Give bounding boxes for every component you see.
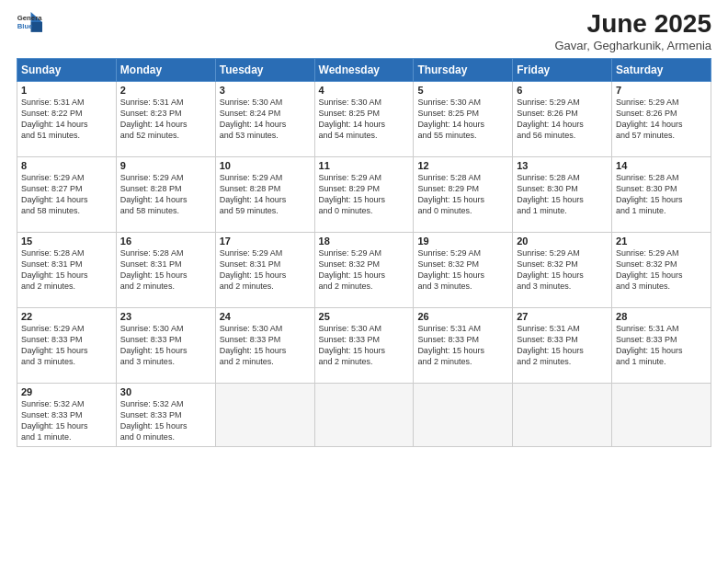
day-cell-1: 1Sunrise: 5:31 AM Sunset: 8:22 PM Daylig… [17, 82, 117, 157]
day-info: Sunrise: 5:32 AM Sunset: 8:33 PM Dayligh… [21, 398, 112, 443]
logo-icon: General Blue [17, 9, 42, 35]
day-cell-16: 16Sunrise: 5:28 AM Sunset: 8:31 PM Dayli… [116, 233, 215, 308]
calendar-title: June 2025 [554, 9, 711, 39]
day-cell-7: 7Sunrise: 5:29 AM Sunset: 8:26 PM Daylig… [612, 82, 711, 157]
day-info: Sunrise: 5:29 AM Sunset: 8:29 PM Dayligh… [319, 172, 410, 217]
calendar-table: SundayMondayTuesdayWednesdayThursdayFrid… [17, 58, 711, 447]
day-number: 12 [417, 160, 508, 171]
week-row-1: 1Sunrise: 5:31 AM Sunset: 8:22 PM Daylig… [17, 82, 711, 157]
day-info: Sunrise: 5:30 AM Sunset: 8:33 PM Dayligh… [319, 323, 410, 368]
day-info: Sunrise: 5:28 AM Sunset: 8:31 PM Dayligh… [120, 247, 211, 293]
week-row-5: 29Sunrise: 5:32 AM Sunset: 8:33 PM Dayli… [17, 384, 711, 447]
empty-cell [414, 384, 513, 447]
day-info: Sunrise: 5:29 AM Sunset: 8:32 PM Dayligh… [616, 247, 707, 293]
col-header-thursday: Thursday [414, 59, 513, 82]
day-cell-29: 29Sunrise: 5:32 AM Sunset: 8:33 PM Dayli… [17, 384, 117, 447]
title-block: June 2025 Gavar, Gegharkunik, Armenia [554, 9, 711, 52]
col-header-saturday: Saturday [612, 59, 711, 82]
week-row-4: 22Sunrise: 5:29 AM Sunset: 8:33 PM Dayli… [17, 308, 711, 384]
day-info: Sunrise: 5:31 AM Sunset: 8:23 PM Dayligh… [120, 97, 211, 142]
day-number: 3 [220, 85, 311, 96]
day-number: 26 [417, 311, 508, 322]
calendar-page: General Blue June 2025 Gavar, Gegharkuni… [0, 0, 728, 563]
empty-cell [612, 384, 711, 447]
col-header-wednesday: Wednesday [314, 59, 414, 82]
col-header-monday: Monday [116, 59, 215, 82]
day-cell-12: 12Sunrise: 5:28 AM Sunset: 8:29 PM Dayli… [414, 157, 513, 233]
svg-text:General: General [17, 14, 42, 22]
day-cell-19: 19Sunrise: 5:29 AM Sunset: 8:32 PM Dayli… [414, 233, 513, 308]
day-number: 22 [21, 311, 112, 322]
day-number: 4 [319, 85, 410, 96]
day-number: 2 [120, 85, 211, 96]
day-cell-3: 3Sunrise: 5:30 AM Sunset: 8:24 PM Daylig… [215, 82, 314, 157]
day-cell-17: 17Sunrise: 5:29 AM Sunset: 8:31 PM Dayli… [215, 233, 314, 308]
day-info: Sunrise: 5:29 AM Sunset: 8:33 PM Dayligh… [21, 323, 112, 368]
week-row-3: 15Sunrise: 5:28 AM Sunset: 8:31 PM Dayli… [17, 233, 711, 308]
day-cell-27: 27Sunrise: 5:31 AM Sunset: 8:33 PM Dayli… [513, 308, 612, 384]
col-header-sunday: Sunday [17, 59, 117, 82]
day-cell-26: 26Sunrise: 5:31 AM Sunset: 8:33 PM Dayli… [414, 308, 513, 384]
day-number: 23 [120, 311, 211, 322]
day-cell-10: 10Sunrise: 5:29 AM Sunset: 8:28 PM Dayli… [215, 157, 314, 233]
day-info: Sunrise: 5:31 AM Sunset: 8:22 PM Dayligh… [21, 97, 112, 142]
day-cell-11: 11Sunrise: 5:29 AM Sunset: 8:29 PM Dayli… [314, 157, 414, 233]
day-number: 21 [616, 236, 707, 247]
day-cell-4: 4Sunrise: 5:30 AM Sunset: 8:25 PM Daylig… [314, 82, 414, 157]
empty-cell [513, 384, 612, 447]
day-info: Sunrise: 5:30 AM Sunset: 8:33 PM Dayligh… [220, 323, 311, 368]
day-info: Sunrise: 5:29 AM Sunset: 8:32 PM Dayligh… [319, 247, 410, 293]
day-number: 28 [616, 311, 707, 322]
day-info: Sunrise: 5:29 AM Sunset: 8:26 PM Dayligh… [517, 97, 608, 142]
day-info: Sunrise: 5:29 AM Sunset: 8:26 PM Dayligh… [616, 97, 707, 142]
day-cell-2: 2Sunrise: 5:31 AM Sunset: 8:23 PM Daylig… [116, 82, 215, 157]
day-number: 7 [616, 85, 707, 96]
day-cell-28: 28Sunrise: 5:31 AM Sunset: 8:33 PM Dayli… [612, 308, 711, 384]
day-number: 6 [517, 85, 608, 96]
day-number: 13 [517, 160, 608, 171]
day-info: Sunrise: 5:32 AM Sunset: 8:33 PM Dayligh… [120, 398, 211, 443]
logo: General Blue [17, 9, 42, 35]
day-info: Sunrise: 5:29 AM Sunset: 8:32 PM Dayligh… [417, 247, 508, 293]
day-info: Sunrise: 5:28 AM Sunset: 8:30 PM Dayligh… [616, 172, 707, 217]
day-number: 1 [21, 85, 112, 96]
day-info: Sunrise: 5:31 AM Sunset: 8:33 PM Dayligh… [517, 323, 608, 368]
page-header: General Blue June 2025 Gavar, Gegharkuni… [17, 9, 711, 52]
day-info: Sunrise: 5:28 AM Sunset: 8:29 PM Dayligh… [417, 172, 508, 217]
day-info: Sunrise: 5:30 AM Sunset: 8:24 PM Dayligh… [220, 97, 311, 142]
day-cell-15: 15Sunrise: 5:28 AM Sunset: 8:31 PM Dayli… [17, 233, 117, 308]
day-number: 30 [120, 386, 211, 397]
day-info: Sunrise: 5:31 AM Sunset: 8:33 PM Dayligh… [616, 323, 707, 368]
day-number: 24 [220, 311, 311, 322]
day-info: Sunrise: 5:29 AM Sunset: 8:28 PM Dayligh… [120, 172, 211, 217]
day-info: Sunrise: 5:30 AM Sunset: 8:25 PM Dayligh… [417, 97, 508, 142]
day-cell-22: 22Sunrise: 5:29 AM Sunset: 8:33 PM Dayli… [17, 308, 117, 384]
day-number: 5 [417, 85, 508, 96]
day-number: 16 [120, 236, 211, 247]
day-number: 8 [21, 160, 112, 171]
day-number: 18 [319, 236, 410, 247]
day-cell-14: 14Sunrise: 5:28 AM Sunset: 8:30 PM Dayli… [612, 157, 711, 233]
day-number: 10 [220, 160, 311, 171]
day-cell-13: 13Sunrise: 5:28 AM Sunset: 8:30 PM Dayli… [513, 157, 612, 233]
day-number: 25 [319, 311, 410, 322]
day-info: Sunrise: 5:28 AM Sunset: 8:31 PM Dayligh… [21, 247, 112, 293]
day-info: Sunrise: 5:29 AM Sunset: 8:27 PM Dayligh… [21, 172, 112, 217]
day-info: Sunrise: 5:30 AM Sunset: 8:33 PM Dayligh… [120, 323, 211, 368]
day-number: 19 [417, 236, 508, 247]
day-cell-9: 9Sunrise: 5:29 AM Sunset: 8:28 PM Daylig… [116, 157, 215, 233]
calendar-subtitle: Gavar, Gegharkunik, Armenia [554, 39, 711, 52]
day-info: Sunrise: 5:29 AM Sunset: 8:32 PM Dayligh… [517, 247, 608, 293]
day-number: 14 [616, 160, 707, 171]
day-cell-5: 5Sunrise: 5:30 AM Sunset: 8:25 PM Daylig… [414, 82, 513, 157]
week-row-2: 8Sunrise: 5:29 AM Sunset: 8:27 PM Daylig… [17, 157, 711, 233]
day-cell-20: 20Sunrise: 5:29 AM Sunset: 8:32 PM Dayli… [513, 233, 612, 308]
day-number: 20 [517, 236, 608, 247]
day-number: 27 [517, 311, 608, 322]
day-cell-18: 18Sunrise: 5:29 AM Sunset: 8:32 PM Dayli… [314, 233, 414, 308]
empty-cell [215, 384, 314, 447]
calendar-header-row: SundayMondayTuesdayWednesdayThursdayFrid… [17, 59, 711, 82]
day-cell-30: 30Sunrise: 5:32 AM Sunset: 8:33 PM Dayli… [116, 384, 215, 447]
day-info: Sunrise: 5:31 AM Sunset: 8:33 PM Dayligh… [417, 323, 508, 368]
day-cell-6: 6Sunrise: 5:29 AM Sunset: 8:26 PM Daylig… [513, 82, 612, 157]
